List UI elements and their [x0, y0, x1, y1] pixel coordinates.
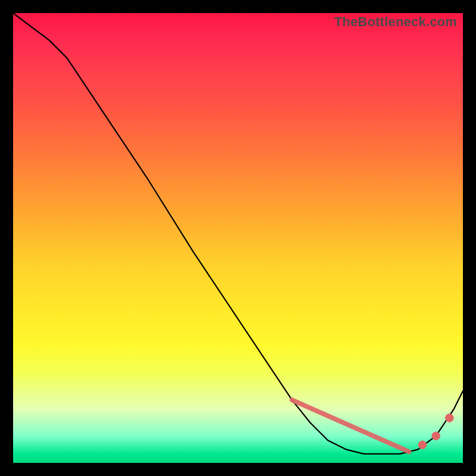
marker-dot	[432, 432, 440, 440]
chart-frame: TheBottleneck.com	[0, 0, 476, 476]
curve-overlay	[13, 13, 463, 463]
marker-dot	[418, 441, 427, 449]
plot-area: TheBottleneck.com	[13, 13, 463, 463]
marker-dot	[446, 414, 454, 422]
extra-markers	[418, 414, 453, 449]
bottleneck-curve	[13, 13, 463, 454]
valley-marker-band	[292, 400, 409, 452]
